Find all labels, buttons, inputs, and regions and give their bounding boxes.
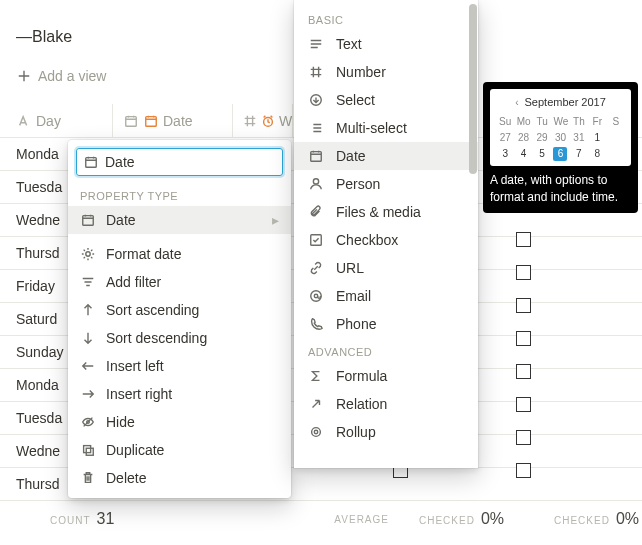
- column-label: W: [279, 113, 292, 129]
- checkbox[interactable]: [516, 463, 531, 478]
- column-label: Day: [36, 113, 61, 129]
- menu-label: Select: [336, 92, 375, 108]
- checkbox-icon: [308, 232, 324, 248]
- arrow-up-icon: [80, 302, 96, 318]
- sort-descending-item[interactable]: Sort descending: [68, 324, 291, 352]
- date-type-tooltip: ‹ September 2017 SuMoTuWeThFrS 272829303…: [483, 82, 638, 213]
- email-icon: [308, 288, 324, 304]
- type-formula[interactable]: Formula: [294, 362, 478, 390]
- plus-icon: [16, 68, 32, 84]
- scrollbar[interactable]: [469, 4, 477, 174]
- checkbox[interactable]: [516, 298, 531, 313]
- menu-label: Format date: [106, 246, 181, 262]
- menu-label: Add filter: [106, 274, 161, 290]
- column-week[interactable]: W: [233, 104, 293, 137]
- svg-rect-1: [146, 116, 157, 126]
- menu-label: Delete: [106, 470, 146, 486]
- calendar-icon: [308, 148, 324, 164]
- menu-label: Text: [336, 36, 362, 52]
- section-advanced: ADVANCED: [294, 338, 478, 362]
- menu-label: Rollup: [336, 424, 376, 440]
- number-icon: [308, 64, 324, 80]
- calendar-icon: [123, 113, 139, 129]
- type-phone[interactable]: Phone: [294, 310, 478, 338]
- duplicate-item[interactable]: Duplicate: [68, 436, 291, 464]
- phone-icon: [308, 316, 324, 332]
- checkbox[interactable]: [516, 397, 531, 412]
- footer-checked-1[interactable]: CHECKED 0%: [419, 510, 504, 528]
- sort-ascending-item[interactable]: Sort ascending: [68, 296, 291, 324]
- type-text[interactable]: Text: [294, 30, 478, 58]
- svg-point-5: [86, 252, 90, 256]
- menu-label: Checkbox: [336, 232, 398, 248]
- section-property-type: PROPERTY TYPE: [68, 184, 291, 206]
- menu-label: Formula: [336, 368, 387, 384]
- type-number[interactable]: Number: [294, 58, 478, 86]
- column-day[interactable]: Day: [0, 104, 113, 137]
- text-icon: [308, 36, 324, 52]
- checkbox[interactable]: [516, 430, 531, 445]
- checkbox-column-b: [516, 232, 531, 478]
- arrow-right-icon: [80, 386, 96, 402]
- property-type-select[interactable]: Date ▸: [68, 206, 291, 234]
- checkbox[interactable]: [516, 364, 531, 379]
- add-filter-item[interactable]: Add filter: [68, 268, 291, 296]
- footer-label: COUNT: [50, 515, 91, 526]
- type-files[interactable]: Files & media: [294, 198, 478, 226]
- menu-label: Relation: [336, 396, 387, 412]
- menu-label: Insert left: [106, 358, 164, 374]
- menu-label: Date: [336, 148, 366, 164]
- type-rollup[interactable]: Rollup: [294, 418, 478, 446]
- type-url[interactable]: URL: [294, 254, 478, 282]
- input-value: Date: [105, 154, 135, 170]
- add-view-button[interactable]: Add a view: [16, 68, 106, 84]
- type-date[interactable]: Date: [294, 142, 478, 170]
- menu-label: Email: [336, 288, 371, 304]
- format-date-item[interactable]: Format date: [68, 240, 291, 268]
- checkbox[interactable]: [516, 331, 531, 346]
- type-checkbox[interactable]: Checkbox: [294, 226, 478, 254]
- insert-right-item[interactable]: Insert right: [68, 380, 291, 408]
- footer-value: 0%: [481, 510, 504, 528]
- checkbox[interactable]: [516, 265, 531, 280]
- menu-label: Sort ascending: [106, 302, 199, 318]
- svg-rect-4: [83, 216, 94, 226]
- add-view-label: Add a view: [38, 68, 106, 84]
- type-relation[interactable]: Relation: [294, 390, 478, 418]
- type-email[interactable]: Email: [294, 282, 478, 310]
- text-type-icon: [16, 113, 32, 129]
- calendar-month: September 2017: [525, 95, 606, 110]
- menu-label: Phone: [336, 316, 376, 332]
- svg-rect-8: [86, 448, 93, 455]
- arrow-down-icon: [80, 330, 96, 346]
- insert-left-item[interactable]: Insert left: [68, 352, 291, 380]
- svg-rect-3: [86, 158, 97, 168]
- calendar-row: 345678: [494, 146, 627, 162]
- clock-icon: [261, 113, 275, 129]
- delete-item[interactable]: Delete: [68, 464, 291, 492]
- checkbox[interactable]: [516, 232, 531, 247]
- svg-point-15: [312, 428, 321, 437]
- menu-label: Sort descending: [106, 330, 207, 346]
- type-multi-select[interactable]: Multi-select: [294, 114, 478, 142]
- tooltip-text: A date, with options to format and inclu…: [490, 172, 631, 206]
- footer-average[interactable]: AVERAGE: [334, 514, 389, 525]
- type-person[interactable]: Person: [294, 170, 478, 198]
- page-title-quote: —Blake: [16, 28, 72, 46]
- footer-checked-2[interactable]: CHECKED 0%: [554, 510, 639, 528]
- column-date[interactable]: Date: [113, 104, 233, 137]
- duplicate-icon: [80, 442, 96, 458]
- footer-count[interactable]: COUNT 31: [50, 510, 114, 528]
- property-name-input[interactable]: Date: [76, 148, 283, 176]
- filter-icon: [80, 274, 96, 290]
- footer-label: CHECKED: [554, 515, 610, 526]
- svg-point-11: [313, 179, 318, 184]
- menu-label: Insert right: [106, 386, 172, 402]
- calendar-icon: [143, 113, 159, 129]
- svg-rect-10: [311, 152, 322, 162]
- menu-label: Multi-select: [336, 120, 407, 136]
- column-label: Date: [163, 113, 193, 129]
- person-icon: [308, 176, 324, 192]
- type-select[interactable]: Select: [294, 86, 478, 114]
- hide-item[interactable]: Hide: [68, 408, 291, 436]
